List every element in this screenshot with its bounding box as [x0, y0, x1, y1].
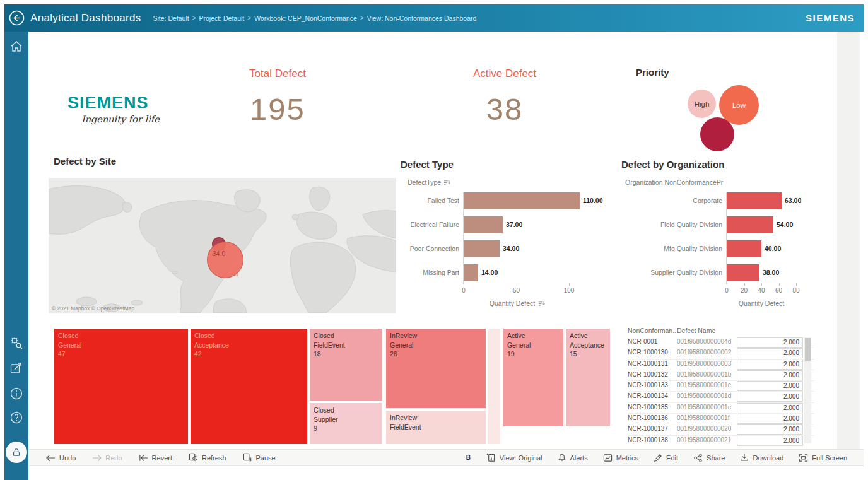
- bar-category-label: Corporate: [621, 192, 722, 209]
- cell-quantity: 2.000: [737, 392, 803, 402]
- table-row[interactable]: NCR-0001001f95800000004d2.000: [628, 337, 814, 348]
- table-row[interactable]: NCR-1000137001f9580000000202.000: [628, 424, 814, 435]
- bar-mark[interactable]: [727, 192, 782, 209]
- cell-quantity: 2.000: [737, 337, 803, 348]
- back-icon[interactable]: [8, 9, 25, 26]
- treemap-cell-active-acceptance[interactable]: ActiveAcceptance15: [565, 328, 611, 427]
- download-button[interactable]: Download: [740, 453, 783, 462]
- cell-quantity: 2.000: [737, 403, 803, 413]
- bar-mark[interactable]: [727, 216, 773, 233]
- user-account-icon[interactable]: [6, 442, 27, 463]
- refresh-button[interactable]: Refresh: [189, 453, 226, 462]
- treemap-cell-category: General: [390, 341, 482, 350]
- breadcrumb-item[interactable]: Site: Default: [153, 15, 189, 22]
- treemap-cell-value: 18: [314, 349, 378, 359]
- table-row[interactable]: NCR-1000133001f95800000001c2.000: [628, 381, 814, 392]
- view-original-button[interactable]: View: Original: [486, 453, 542, 462]
- axis-tick: [727, 283, 727, 286]
- treemap-cell-closed-fieldevent[interactable]: ClosedFieldEvent18: [309, 328, 383, 401]
- bar-mark[interactable]: [464, 264, 478, 281]
- treemap-cell-status: Closed: [314, 331, 378, 341]
- bar-mark[interactable]: [464, 240, 500, 257]
- table-row[interactable]: NCR-1000131001f9580000000032.000: [628, 360, 814, 370]
- cell-ncr-id: NCR-1000135: [628, 404, 668, 411]
- treemap-cell-status: Closed: [194, 331, 303, 341]
- treemap-cell-closed-general[interactable]: ClosedGeneral47: [54, 328, 189, 445]
- treemap-cell-inreview-general[interactable]: InReviewGeneral26: [385, 328, 486, 409]
- treemap-cell-status: Closed: [314, 406, 378, 415]
- org-axis-label: Quantity Defect: [727, 300, 796, 307]
- table-row[interactable]: NCR-1000130001f9580000000022.000: [628, 348, 814, 359]
- table-scrollbar-thumb[interactable]: [805, 338, 811, 361]
- cell-quantity: 2.000: [737, 360, 803, 370]
- treemap-cell-inreview-fieldevent[interactable]: InReviewFieldEvent: [385, 410, 486, 445]
- nonconformance-table: NonConforman.. Defect Name NCR-0001001f9…: [628, 327, 814, 446]
- breadcrumb-separator: >: [247, 15, 251, 21]
- treemap-cell-active-general[interactable]: ActiveGeneral19: [503, 328, 564, 427]
- cell-ncr-id: NCR-1000130: [628, 349, 668, 356]
- treemap-cell-status: Closed: [58, 331, 184, 341]
- edit-dashboard-icon[interactable]: [9, 361, 24, 376]
- page-scrollbar[interactable]: [837, 32, 860, 449]
- treemap-cell-closed-supplier[interactable]: ClosedSupplier9: [309, 402, 383, 445]
- col-defect-name[interactable]: Defect Name: [677, 327, 715, 334]
- breadcrumb-item[interactable]: Project: Default: [199, 15, 245, 22]
- treemap-cell-closed-acceptance[interactable]: ClosedAcceptance42: [190, 328, 308, 445]
- table-row[interactable]: NCR-1000136001f95800000001f2.000: [628, 414, 814, 424]
- cell-ncr-id: NCR-1000137: [628, 425, 668, 432]
- map-attribution: © 2021 Mapbox © OpenStreetMap: [52, 305, 134, 312]
- undo-button[interactable]: Undo: [46, 454, 76, 462]
- full-screen-button[interactable]: Full Screen: [799, 454, 847, 462]
- table-row[interactable]: NCR-1000132001f95800000001b2.000: [628, 370, 814, 381]
- page-title: Analytical Dashboards: [30, 12, 141, 25]
- share-label: Share: [707, 454, 725, 462]
- alerts-button[interactable]: Alerts: [558, 453, 588, 462]
- cell-quantity: 2.000: [737, 436, 803, 446]
- org-bars: Corporate63.00Field Quality Division54.0…: [621, 192, 864, 288]
- stray-b-label: B: [466, 454, 471, 461]
- cell-defect-name: 001f958000000002: [677, 349, 731, 356]
- priority-bubble-unlabeled[interactable]: [700, 117, 734, 151]
- share-button[interactable]: Share: [693, 454, 725, 462]
- axis-tick: [569, 283, 570, 286]
- info-icon[interactable]: [9, 386, 24, 401]
- table-scrollbar[interactable]: [804, 337, 811, 443]
- bar-mark[interactable]: [464, 216, 503, 233]
- table-row[interactable]: NCR-1000138001f9580000000212.000: [628, 436, 814, 446]
- bar-value-label: 37.00: [506, 216, 522, 233]
- edit-button[interactable]: Edit: [654, 454, 678, 462]
- admin-tools-icon[interactable]: [9, 336, 24, 351]
- col-nonconformance[interactable]: NonConforman..: [628, 327, 676, 334]
- table-row[interactable]: NCR-1000134001f95800000001d2.000: [628, 392, 814, 402]
- table-row[interactable]: NCR-1000135001f95800000001e2.000: [628, 403, 814, 414]
- treemap-cell-category: FieldEvent: [314, 341, 378, 350]
- cell-ncr-id: NCR-1000134: [628, 392, 668, 399]
- defect-type-axis-label: Quantity Defect: [464, 300, 571, 307]
- revert-button[interactable]: Revert: [139, 454, 172, 462]
- treemap-cell-category: FieldEvent: [390, 423, 482, 432]
- defect-type-chart: DefectType Failed Test110.00Electrical F…: [404, 179, 621, 327]
- bar-mark[interactable]: [727, 264, 760, 281]
- priority-bubble-chart: HighLow: [672, 76, 817, 164]
- breadcrumb-item[interactable]: View: Non-Conformances Dashboard: [367, 15, 477, 22]
- cell-ncr-id: NCR-1000136: [628, 414, 668, 421]
- metrics-button[interactable]: Metrics: [603, 454, 638, 462]
- bar-value-label: 34.00: [503, 240, 519, 257]
- help-icon[interactable]: [9, 410, 24, 425]
- cell-defect-name: 001f95800000004d: [677, 338, 731, 345]
- sort-icon[interactable]: [443, 180, 450, 185]
- table-header-row: NonConforman.. Defect Name: [628, 327, 814, 337]
- sort-icon[interactable]: [538, 301, 545, 307]
- siemens-logo: SIEMENS Ingenuity for life: [67, 93, 200, 124]
- bar-mark[interactable]: [727, 240, 761, 257]
- bar-category-label: Poor Connection: [404, 240, 459, 257]
- priority-title: Priority: [636, 67, 669, 78]
- priority-bubble-high[interactable]: High: [688, 90, 716, 118]
- bar-mark[interactable]: [464, 192, 580, 209]
- home-icon[interactable]: [9, 39, 24, 54]
- pause-button[interactable]: Pause: [243, 453, 276, 462]
- treemap-cell-spacer[interactable]: [488, 328, 501, 445]
- table-body: NCR-0001001f95800000004d2.000NCR-1000130…: [628, 337, 814, 446]
- breadcrumb-item[interactable]: Workbook: CEP_NonConformance: [254, 15, 357, 22]
- pause-label: Pause: [256, 454, 276, 462]
